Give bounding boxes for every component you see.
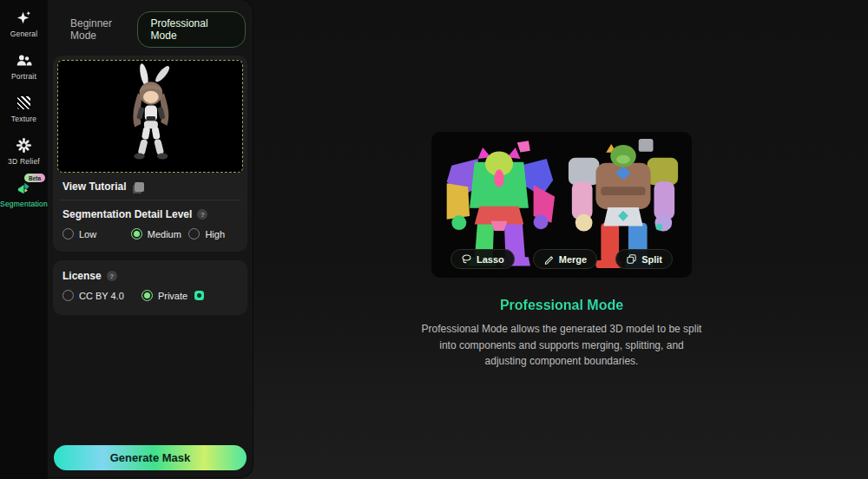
segmentation-icon: Beta [16, 179, 32, 196]
radio-label: Medium [148, 229, 181, 240]
radio-cc-by[interactable]: CC BY 4.0 [62, 290, 141, 301]
sidebar-item-label: Portrait [11, 72, 36, 81]
app-window: General Portrait Texture 3D Relief Beta … [0, 0, 868, 479]
texture-stripes-icon [17, 94, 30, 111]
tab-beginner-mode[interactable]: Beginner Mode [70, 17, 137, 42]
split-button[interactable]: Split [615, 249, 673, 269]
sidebar-item-3d-relief[interactable]: 3D Relief [0, 136, 48, 166]
settings-panel: Beginner Mode Professional Mode [48, 0, 253, 477]
sidebar-item-texture[interactable]: Texture [0, 94, 48, 123]
radio-circle-checked [131, 228, 142, 240]
lasso-icon [461, 253, 472, 265]
showcase-image: Lasso Merge Split [431, 132, 692, 278]
radio-private[interactable]: Private [141, 290, 238, 301]
radio-label: Low [79, 229, 96, 240]
split-icon [626, 253, 637, 265]
sidebar-item-label: General [10, 30, 38, 38]
tab-professional-mode[interactable]: Professional Mode [137, 11, 246, 48]
showcase-description: Professional Mode allows the generated 3… [418, 321, 706, 370]
sidebar-item-segmentation[interactable]: Beta Segmentation [0, 179, 48, 208]
radio-circle [188, 228, 200, 240]
sidebar-item-label: Segmentation [0, 200, 48, 208]
view-tutorial-label: View Tutorial [62, 180, 127, 193]
split-label: Split [641, 254, 662, 265]
radio-circle [62, 228, 74, 240]
sidebar: General Portrait Texture 3D Relief Beta … [0, 0, 48, 479]
detail-level-title: Segmentation Detail Level [62, 208, 192, 220]
radio-circle-checked [141, 290, 153, 301]
merge-button[interactable]: Merge [533, 249, 597, 269]
generate-mask-button[interactable]: Generate Mask [54, 445, 247, 470]
license-header: License ? [57, 262, 243, 288]
radio-low[interactable]: Low [62, 228, 131, 240]
radio-high[interactable]: High [188, 228, 238, 240]
portrait-group-icon [16, 51, 32, 69]
sparkle-icon [16, 9, 32, 26]
figure-preview-image [103, 62, 197, 170]
lasso-button[interactable]: Lasso [450, 249, 515, 269]
input-card: View Tutorial Segmentation Detail Level … [53, 56, 247, 252]
radio-medium[interactable]: Medium [131, 228, 189, 240]
relief-gear-icon [16, 136, 32, 154]
view-tutorial[interactable]: View Tutorial [57, 173, 243, 200]
tutorial-video-icon [135, 182, 144, 192]
mode-tabs: Beginner Mode Professional Mode [48, 0, 253, 56]
radio-label: High [205, 229, 225, 240]
merge-pen-icon [543, 253, 555, 265]
license-title: License [62, 270, 102, 282]
lasso-label: Lasso [477, 254, 504, 265]
license-card: License ? CC BY 4.0 Private [53, 260, 247, 315]
radio-label: Private [158, 291, 187, 301]
radio-circle [62, 290, 74, 301]
tool-buttons: Lasso Merge Split [431, 249, 692, 269]
license-options: CC BY 4.0 Private [57, 288, 243, 312]
sidebar-item-general[interactable]: General [0, 9, 48, 38]
radio-label: CC BY 4.0 [79, 291, 124, 301]
beta-badge: Beta [24, 174, 45, 182]
model-preview[interactable] [57, 60, 243, 173]
sidebar-item-label: Texture [11, 115, 36, 123]
merge-label: Merge [559, 254, 587, 265]
main-content: Lasso Merge Split Professional Mode Prof… [253, 0, 868, 479]
sidebar-item-portrait[interactable]: Portrait [0, 51, 48, 81]
detail-level-header: Segmentation Detail Level ? [57, 200, 243, 226]
help-icon[interactable]: ? [197, 209, 207, 220]
help-icon[interactable]: ? [107, 271, 117, 281]
showcase-title: Professional Mode [418, 298, 706, 313]
detail-level-options: Low Medium High [57, 226, 243, 250]
private-badge-icon [194, 291, 204, 300]
sidebar-item-label: 3D Relief [8, 157, 40, 166]
showcase: Lasso Merge Split Professional Mode Prof… [418, 132, 706, 370]
